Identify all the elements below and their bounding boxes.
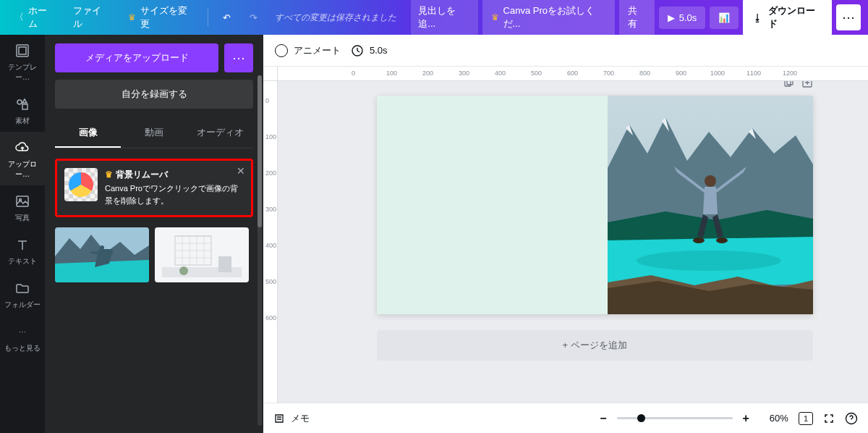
svg-point-18 <box>637 251 781 271</box>
add-page-bar[interactable]: + ページを追加 <box>377 330 813 361</box>
rail-elements[interactable]: 素材 <box>0 88 45 132</box>
rail-upload[interactable]: アップロー… <box>0 132 45 185</box>
upload-more-button[interactable]: ⋯ <box>224 43 253 72</box>
svg-rect-15 <box>787 81 793 85</box>
zoom-slider-thumb[interactable] <box>637 414 645 422</box>
insights-button[interactable]: 📊 <box>710 7 739 29</box>
canvas-scroll[interactable]: + ページを追加 <box>278 81 868 403</box>
design-page[interactable] <box>377 96 813 314</box>
side-rail: テンプレー… 素材 アップロー… 写真 テキスト フォルダー ⋯もっと見る <box>0 35 45 433</box>
add-page-button[interactable] <box>801 81 813 88</box>
promo-title-label: 背景リムーバ <box>116 168 168 181</box>
help-button[interactable] <box>845 412 858 425</box>
bg-remover-promo[interactable]: ♛背景リムーバ Canva Proでワンクリックで画像の背景を削除します。 ✕ <box>55 159 253 217</box>
ellipsis-icon: ⋯ <box>232 50 245 66</box>
redo-button[interactable]: ↷ <box>242 8 265 28</box>
page-indicator[interactable]: 1 <box>799 412 813 425</box>
text-icon <box>14 236 31 253</box>
scrollbar-thumb[interactable] <box>258 75 262 227</box>
download-button[interactable]: ⭳ダウンロード <box>743 0 831 36</box>
zoom-out-button[interactable]: − <box>600 412 606 425</box>
rail-folder[interactable]: フォルダー <box>0 272 45 316</box>
file-label: ファイル <box>73 4 109 30</box>
animate-button[interactable]: アニメート <box>275 44 341 57</box>
more-menu-button[interactable]: ⋯ <box>836 4 861 30</box>
rail-text[interactable]: テキスト <box>0 229 45 272</box>
rail-label: 素材 <box>15 116 30 126</box>
rail-template[interactable]: テンプレー… <box>0 35 45 88</box>
media-tabs: 画像 動画 オーディオ <box>55 119 253 148</box>
svg-point-21 <box>716 237 728 243</box>
promo-thumbnail <box>64 168 98 201</box>
record-self-button[interactable]: 自分を録画する <box>55 80 253 109</box>
resize-button[interactable]: ♛サイズを変更 <box>121 0 201 35</box>
rail-more[interactable]: ⋯もっと見る <box>0 316 45 359</box>
notes-icon <box>273 413 285 424</box>
rail-label: 写真 <box>15 213 30 223</box>
try-pro-button[interactable]: ♛Canva Proをお試しくだ... <box>482 0 615 36</box>
svg-point-12 <box>179 266 188 275</box>
share-button[interactable]: 共有 <box>619 0 655 36</box>
ruler-corner <box>263 67 278 81</box>
upload-panel: メディアをアップロード ⋯ 自分を録画する 画像 動画 オーディオ ♛背景リムー… <box>45 35 263 433</box>
promo-desc: Canva Proでワンクリックで画像の背景を削除します。 <box>105 182 244 206</box>
tab-audio[interactable]: オーディオ <box>187 119 253 148</box>
crown-icon: ♛ <box>491 12 499 22</box>
undo-button[interactable]: ↶ <box>216 8 238 28</box>
memo-button[interactable]: メモ <box>273 412 310 425</box>
panel-scrollbar[interactable] <box>258 75 262 426</box>
template-icon <box>14 42 31 59</box>
app-body: テンプレー… 素材 アップロー… 写真 テキスト フォルダー ⋯もっと見る メデ… <box>0 35 868 433</box>
zoom-in-button[interactable]: + <box>743 412 749 425</box>
ruler-horizontal: 0 100 200 300 400 500 600 700 800 900 10… <box>278 67 868 81</box>
bar-chart-icon: 📊 <box>718 12 730 23</box>
folder-icon <box>14 279 31 297</box>
color-ball-icon <box>69 172 93 197</box>
ellipsis-icon: ⋯ <box>842 9 855 25</box>
try-pro-label: Canva Proをお試しくだ... <box>503 4 606 30</box>
duplicate-page-button[interactable] <box>783 81 794 88</box>
separator <box>208 9 208 26</box>
back-button[interactable]: 〈ホーム <box>7 0 61 35</box>
duration-button[interactable]: 5.0s <box>351 44 388 57</box>
rail-label: フォルダー <box>4 300 41 310</box>
context-toolbar: アニメート 5.0s <box>263 35 868 67</box>
svg-point-19 <box>705 175 716 187</box>
download-icon: ⭳ <box>753 12 762 23</box>
tab-video[interactable]: 動画 <box>121 119 187 148</box>
zoom-level[interactable]: 60% <box>760 413 788 424</box>
svg-rect-1 <box>19 47 26 54</box>
svg-point-2 <box>17 100 22 104</box>
svg-rect-14 <box>785 81 791 86</box>
rail-photos[interactable]: 写真 <box>0 185 45 229</box>
svg-rect-11 <box>218 256 231 272</box>
animate-icon <box>275 44 288 57</box>
close-promo-button[interactable]: ✕ <box>237 165 245 177</box>
upload-media-button[interactable]: メディアをアップロード <box>55 43 218 72</box>
file-menu[interactable]: ファイル <box>66 0 116 35</box>
upload-thumb[interactable] <box>155 227 249 282</box>
rail-label: テキスト <box>8 256 37 266</box>
design-title-input[interactable]: 見出しを追... <box>411 0 477 35</box>
svg-point-20 <box>693 237 705 243</box>
redo-icon: ↷ <box>250 12 258 23</box>
play-icon: ▶ <box>668 12 675 23</box>
play-button[interactable]: ▶5.0s <box>659 7 706 29</box>
chevron-left-icon: 〈 <box>14 11 24 24</box>
placed-image[interactable] <box>608 96 813 314</box>
top-bar: 〈ホーム ファイル ♛サイズを変更 ↶ ↷ すべての変更は保存されました 見出し… <box>0 0 868 35</box>
fullscreen-button[interactable] <box>823 413 835 424</box>
page-actions <box>783 81 813 88</box>
zoom-slider[interactable] <box>617 417 733 419</box>
stage-wrapper: アニメート 5.0s 0 100 200 300 400 500 600 700… <box>263 35 868 433</box>
cloud-upload-icon <box>14 139 31 156</box>
ellipsis-icon: ⋯ <box>14 323 31 340</box>
tab-image[interactable]: 画像 <box>55 119 121 148</box>
duration-label: 5.0s <box>370 45 388 56</box>
undo-icon: ↶ <box>223 12 231 23</box>
promo-text: ♛背景リムーバ Canva Proでワンクリックで画像の背景を削除します。 <box>105 168 244 206</box>
upload-thumb[interactable] <box>55 227 149 282</box>
clock-icon <box>351 44 364 57</box>
crown-icon: ♛ <box>105 168 113 181</box>
animate-label: アニメート <box>294 44 341 57</box>
